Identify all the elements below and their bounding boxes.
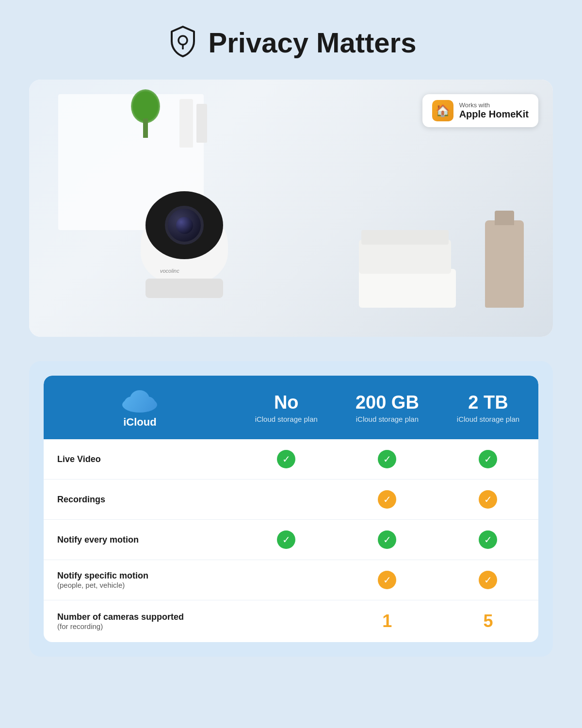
feature-label: Live Video [57,454,101,464]
icloud-header-cell: iCloud [44,376,236,439]
value-cell-1-0 [236,480,337,520]
plan-200gb-header: 200 GB iCloud storage plan [344,392,430,423]
orange-check-icon: ✓ [479,490,497,509]
feature-label: Notify specific motion [57,571,148,580]
green-check-icon: ✓ [378,450,396,468]
plan-200gb-size: 200 GB [356,392,419,413]
orange-check-icon: ✓ [378,490,396,509]
plan-no-size: No [274,392,299,413]
feature-cell-1: Recordings [44,480,236,520]
plan-2tb-desc: iCloud storage plan [457,415,519,423]
green-check-icon: ✓ [277,450,295,468]
value-cell-3-0 [236,560,337,600]
feature-cell-3: Notify specific motion(people, pet, vehi… [44,560,236,600]
value-cell-2-0: ✓ [236,520,337,560]
value-cell-0-1: ✓ [337,439,438,480]
homekit-badge: 🏠 Works with Apple HomeKit [422,94,538,127]
plan-no-desc: iCloud storage plan [255,415,318,423]
icloud-label: iCloud [123,416,156,429]
towel-stack [359,230,456,308]
plan-no-header: No iCloud storage plan [244,392,329,423]
value-cell-1-2: ✓ [438,480,538,520]
feature-sub-label: (people, pet, vehicle) [57,581,226,589]
table-row: Live Video✓✓✓ [44,439,538,480]
camera-image-section: vocolinc 🏠 Works with Apple HomeKit [29,80,553,337]
page-header: Privacy Matters [166,24,417,60]
bottle-1 [179,99,193,148]
icloud-badge: iCloud [120,386,159,429]
bottle-2 [196,104,207,143]
homekit-name-label: Apple HomeKit [459,109,529,120]
plan-200gb-desc: iCloud storage plan [356,415,419,423]
value-cell-4-1: 1 [337,600,438,642]
table-row: Number of cameras supported(for recordin… [44,600,538,642]
plan-2tb-header: 2 TB iCloud storage plan [446,392,531,423]
value-cell-0-0: ✓ [236,439,337,480]
green-check-icon: ✓ [479,450,497,468]
page-title: Privacy Matters [209,26,417,59]
homekit-text: Works with Apple HomeKit [459,101,529,120]
feature-label: Number of cameras supported [57,612,184,622]
number-5-value: 5 [483,611,493,631]
svg-point-1 [182,48,184,50]
table-row: Notify specific motion(people, pet, vehi… [44,560,538,600]
value-cell-4-0 [236,600,337,642]
table-header-row: iCloud No iCloud storage plan 200 GB iCl… [44,376,538,439]
table-row: Recordings✓✓ [44,480,538,520]
homekit-icon: 🏠 [432,100,453,121]
shield-icon [166,24,200,60]
value-cell-2-1: ✓ [337,520,438,560]
feature-cell-2: Notify every motion [44,520,236,560]
icloud-cloud-icon [120,386,159,413]
orange-check-icon: ✓ [378,571,396,589]
plan-2tb-cell: 2 TB iCloud storage plan [438,376,538,439]
camera-device: vocolinc [131,191,238,298]
value-cell-4-2: 5 [438,600,538,642]
plan-2tb-size: 2 TB [468,392,508,413]
plan-200gb-cell: 200 GB iCloud storage plan [337,376,438,439]
homekit-works-with-label: Works with [459,101,529,109]
camera-brand-label: vocolinc [160,268,179,274]
feature-cell-0: Live Video [44,439,236,480]
plan-no-cell: No iCloud storage plan [236,376,337,439]
green-check-icon: ✓ [479,530,497,549]
right-container [485,220,524,308]
feature-sub-label: (for recording) [57,622,226,630]
value-cell-1-1: ✓ [337,480,438,520]
green-check-icon: ✓ [378,530,396,549]
svg-point-5 [130,390,149,408]
value-cell-3-1: ✓ [337,560,438,600]
svg-point-0 [178,36,187,45]
comparison-table: iCloud No iCloud storage plan 200 GB iCl… [44,376,538,642]
comparison-section: iCloud No iCloud storage plan 200 GB iCl… [29,361,553,657]
green-check-icon: ✓ [277,530,295,549]
number-1-value: 1 [382,611,392,631]
value-cell-0-2: ✓ [438,439,538,480]
camera-background: vocolinc 🏠 Works with Apple HomeKit [29,80,553,337]
table-row: Notify every motion✓✓✓ [44,520,538,560]
feature-label: Notify every motion [57,535,139,545]
orange-check-icon: ✓ [479,571,497,589]
value-cell-3-2: ✓ [438,560,538,600]
plant-decoration [126,89,165,138]
feature-label: Recordings [57,495,105,504]
feature-cell-4: Number of cameras supported(for recordin… [44,600,236,642]
value-cell-2-2: ✓ [438,520,538,560]
